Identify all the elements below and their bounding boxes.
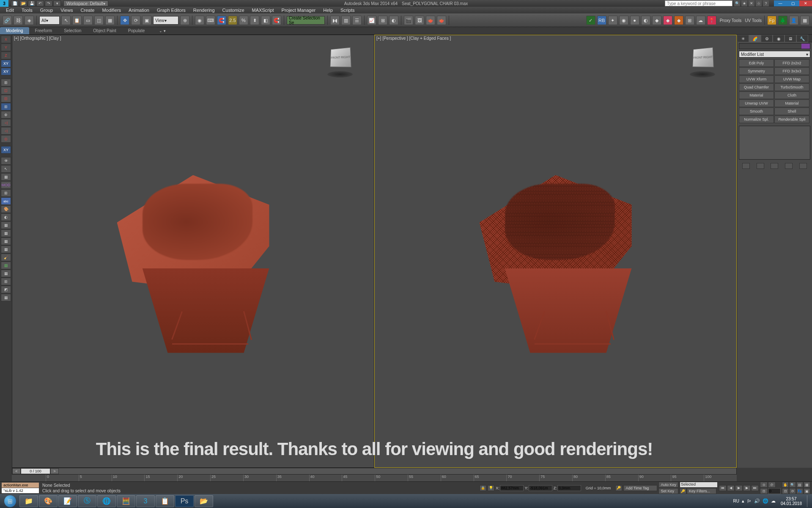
mod-material-2[interactable]: Material	[774, 99, 809, 107]
magnet-icon[interactable]: 🧲	[272, 16, 281, 25]
select-name-icon[interactable]: 📋	[72, 16, 82, 25]
play-icon[interactable]: ▶	[735, 485, 743, 491]
viewcube-left[interactable]: FRONT RIGHT	[323, 44, 357, 77]
set-key-button[interactable]: Set Key	[658, 488, 678, 494]
bind-icon[interactable]: ◈	[25, 16, 34, 25]
tray-cloud-icon[interactable]: ☁	[771, 498, 776, 504]
infocenter-search-input[interactable]	[665, 0, 732, 6]
qat-project-icon[interactable]: ▾	[53, 0, 61, 6]
menu-rendering[interactable]: Rendering	[193, 8, 215, 13]
task-explorer-icon[interactable]: 📁	[19, 495, 38, 507]
object-name-color[interactable]	[739, 43, 810, 49]
timeline-track[interactable]: 0 5 10 15 20 25 30 35 40 45 50 55 60 65 …	[12, 475, 737, 481]
show-end-icon[interactable]	[757, 163, 764, 169]
qat-new-icon[interactable]: 📄	[11, 0, 19, 6]
menu-edit[interactable]: Edit	[6, 8, 14, 13]
snap-mid-icon[interactable]: ◁	[1, 127, 11, 135]
script-icon-17[interactable]: ◩	[1, 286, 11, 293]
next-frame-icon[interactable]: ▶	[743, 485, 751, 491]
key-mode-combo[interactable]: Selected	[680, 482, 718, 488]
menu-tools[interactable]: Tools	[22, 8, 33, 13]
current-frame[interactable]: 0 / 100	[21, 468, 50, 474]
uv-tools-label[interactable]: UV Tools	[745, 18, 762, 23]
prev-frame-icon[interactable]: ◀	[727, 485, 735, 491]
script-icon-4[interactable]: MOD	[1, 181, 11, 189]
key-mode-icon[interactable]: ⊙	[760, 482, 768, 488]
menu-group[interactable]: Group	[40, 8, 53, 13]
goto-end-icon[interactable]: ⏭	[751, 485, 759, 491]
script-icon-11[interactable]: ▦	[1, 237, 11, 245]
tray-flag-icon[interactable]: 🏳	[747, 499, 752, 504]
plugin-icon-10[interactable]: 📍	[707, 16, 716, 25]
qat-open-icon[interactable]: 📂	[19, 0, 27, 6]
edit-named-sel-icon[interactable]: ◧	[261, 16, 270, 25]
snap-face-icon[interactable]: ⊞	[1, 103, 11, 110]
mod-cloth[interactable]: Cloth	[774, 91, 809, 99]
mod-symmetry[interactable]: Symmetry	[739, 67, 774, 75]
curve-editor-icon[interactable]: 📈	[367, 16, 376, 25]
snap-edge-icon[interactable]: ⊟	[1, 95, 11, 102]
auto-key-button[interactable]: Auto Key	[658, 482, 678, 488]
modifier-stack[interactable]	[739, 126, 810, 160]
start-button[interactable]: ⊞	[2, 495, 19, 508]
select-icon[interactable]: ↖	[61, 16, 71, 25]
plugin-icon-6[interactable]: ◆	[663, 16, 672, 25]
ribbon-tab-populate[interactable]: Populate	[122, 27, 151, 34]
viewport-right-label[interactable]: [+] [Perspective ] [Clay + Edged Faces ]	[376, 36, 451, 41]
snap-end-icon[interactable]: ◁	[1, 119, 11, 127]
proxy-tools-label[interactable]: Proxy Tools	[720, 18, 742, 23]
layers-icon[interactable]: ☰	[352, 16, 362, 25]
move-icon[interactable]: ✥	[120, 16, 129, 25]
script-icon-12[interactable]: ▦	[1, 246, 11, 253]
axis-z-button[interactable]: Z	[1, 52, 11, 59]
script-icon-10[interactable]: ▦	[1, 229, 11, 237]
task-app2-icon[interactable]: 📂	[195, 495, 213, 507]
coord-y-input[interactable]	[529, 485, 552, 491]
tray-clock[interactable]: 23:57 04.01.2018	[781, 497, 802, 506]
orbit-icon[interactable]: ⟳	[789, 488, 796, 494]
task-skype-icon[interactable]: Ⓢ	[78, 495, 96, 507]
key-filters-button[interactable]: Key Filters...	[687, 488, 716, 494]
script-icon-2[interactable]: ↖	[1, 165, 11, 173]
axis-xy-button[interactable]: XY	[1, 60, 11, 67]
ribbon-tab-freeform[interactable]: Freeform	[29, 27, 58, 34]
percent-snap-icon[interactable]: %	[239, 16, 248, 25]
close-button[interactable]: ✕	[799, 0, 812, 6]
qat-save-icon[interactable]: 💾	[28, 0, 36, 6]
favorite-icon[interactable]: ☆	[756, 0, 762, 6]
plugin-icon-4[interactable]: ◐	[641, 16, 650, 25]
viewport-right[interactable]: [+] [Perspective ] [Clay + Edged Faces ]…	[374, 35, 737, 468]
task-notes-icon[interactable]: 📝	[58, 495, 77, 507]
workspace-selector[interactable]: Workspace: Default ▾	[63, 0, 108, 6]
selection-filter-combo[interactable]: All ▾	[39, 16, 60, 25]
script-icon-8[interactable]: ◐	[1, 213, 11, 221]
mod-renderable-spline[interactable]: Renderable Spli	[774, 116, 809, 123]
add-time-tag-button[interactable]: Add Time Tag	[623, 485, 657, 491]
maximize-button[interactable]: ▢	[787, 0, 799, 6]
tray-lang[interactable]: RU	[733, 499, 739, 503]
script-icon-15[interactable]: ▦	[1, 270, 11, 277]
coord-x-input[interactable]	[500, 485, 524, 491]
script-icon-13[interactable]: 🧹	[1, 254, 11, 261]
ribbon-tab-selection[interactable]: Selection	[58, 27, 87, 34]
paint-select-icon[interactable]: ▦	[105, 16, 115, 25]
motion-tab-icon[interactable]: ◉	[773, 35, 785, 42]
lock-selection-icon[interactable]: 🔒	[480, 485, 486, 491]
script-icon-14[interactable]: ▨	[1, 262, 11, 269]
subscription-icon[interactable]: ★	[741, 0, 747, 6]
ribbon-tab-modeling[interactable]: Modeling	[0, 27, 29, 34]
axis-y-button[interactable]: Y	[1, 44, 11, 51]
plugin-icon-9[interactable]: ☁	[696, 16, 705, 25]
exchange-icon[interactable]: ✕	[749, 0, 754, 6]
zoom-icon[interactable]: 🔍	[789, 482, 796, 488]
coord-z-input[interactable]	[557, 485, 581, 491]
keyboard-shortcut-icon[interactable]: ⌨	[206, 16, 215, 25]
walk-icon[interactable]: 👣	[796, 488, 803, 494]
mod-material[interactable]: Material	[739, 91, 774, 99]
mod-turbosmooth[interactable]: TurboSmooth	[774, 83, 809, 91]
mod-quad-chamfer[interactable]: Quad Chamfer	[739, 83, 774, 91]
mod-shell[interactable]: Shell	[774, 108, 809, 115]
task-app1-icon[interactable]: 📋	[156, 495, 174, 507]
pin-stack-icon[interactable]	[742, 163, 750, 169]
menu-graph-editors[interactable]: Graph Editors	[157, 8, 186, 13]
